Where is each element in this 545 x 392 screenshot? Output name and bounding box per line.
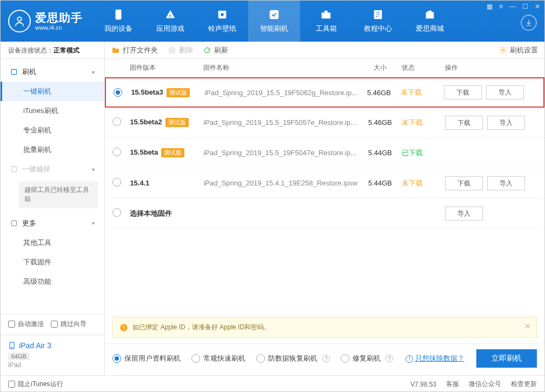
chevron-down-icon: ▾ xyxy=(92,220,95,226)
download-indicator[interactable] xyxy=(521,15,537,31)
side-header[interactable]: 刷机▾ xyxy=(1,62,104,82)
row-ops: 下载导入 xyxy=(444,85,536,99)
open-folder-button[interactable]: 打开文件夹 xyxy=(111,45,158,55)
help-icon[interactable]: ? xyxy=(386,355,393,362)
notice-close[interactable]: ✕ xyxy=(524,322,531,330)
beta-badge: 测试版 xyxy=(161,148,184,157)
win-close-icon[interactable]: ✕ xyxy=(534,3,541,10)
footer-update[interactable]: 检查更新 xyxy=(511,380,537,389)
row-size: 5.46GB xyxy=(358,118,402,127)
win-menu-icon[interactable]: ≡ xyxy=(498,3,504,10)
footer-service[interactable]: 客服 xyxy=(446,380,459,389)
sidebar-item[interactable]: iTunes刷机 xyxy=(1,101,104,121)
row-radio[interactable] xyxy=(112,178,121,187)
import-button[interactable]: 导入 xyxy=(487,176,525,190)
nav-应用游戏[interactable]: A应用游戏 xyxy=(144,1,196,42)
flash-now-button[interactable]: 立即刷机 xyxy=(476,349,537,368)
info-icon[interactable]: ! xyxy=(406,355,413,363)
skip-guide-check[interactable]: 跳过向导 xyxy=(51,320,87,329)
win-min-icon[interactable]: — xyxy=(508,3,517,10)
row-radio[interactable] xyxy=(112,148,121,156)
side-header[interactable]: 一键越狱▾ xyxy=(1,160,104,179)
win-max-icon[interactable]: ☐ xyxy=(521,3,529,10)
toolbar: 打开文件夹 删除 刷新 刷机设置 xyxy=(105,42,544,59)
th-version: 固件版本 xyxy=(130,63,203,72)
device-block: iPad Air 3 64GB iPad xyxy=(1,335,104,375)
nav-我的设备[interactable]: 我的设备 xyxy=(92,1,144,42)
win-grid-icon[interactable]: ▦ xyxy=(486,3,494,10)
sidebar-checks: 自动激活 跳过向导 xyxy=(1,314,104,335)
skip-guide-label: 跳过向导 xyxy=(61,320,87,329)
table-header: 固件版本 固件名称 大小 状态 操作 xyxy=(105,59,544,77)
import-button[interactable]: 导入 xyxy=(486,85,524,99)
firmware-row[interactable]: 15.5beta3测试版iPad_Spring_2019_15.5_19F506… xyxy=(105,77,544,108)
svg-point-16 xyxy=(502,49,504,51)
section-icon xyxy=(10,165,18,173)
sidebar-item[interactable]: 一键刷机 xyxy=(1,82,104,101)
logo-icon xyxy=(8,10,31,32)
option-radio[interactable] xyxy=(256,354,265,363)
block-itunes-check[interactable]: 阻止iTunes运行 xyxy=(8,380,63,389)
chevron-down-icon: ▾ xyxy=(92,167,95,172)
flash-settings-button[interactable]: 刷机设置 xyxy=(499,45,538,55)
erase-link[interactable]: 只想抹除数据？ xyxy=(415,354,464,362)
firmware-rows: 15.5beta3测试版iPad_Spring_2019_15.5_19F506… xyxy=(105,77,544,229)
firmware-row[interactable]: 15.5beta2测试版iPad_Spring_2019_15.5_19F505… xyxy=(105,108,544,138)
firmware-row[interactable]: 选择本地固件导入 xyxy=(105,198,544,229)
row-size: 5.44GB xyxy=(358,149,402,157)
nav-教程中心[interactable]: 教程中心 xyxy=(352,1,404,42)
download-button[interactable]: 下载 xyxy=(444,85,482,99)
option-radio[interactable] xyxy=(112,354,121,363)
download-button[interactable]: 下载 xyxy=(445,116,483,130)
connection-status-value: 正常模式 xyxy=(54,46,79,54)
flash-option[interactable]: 防数据恢复刷机? xyxy=(256,354,330,363)
version-label: V7.98.53 xyxy=(410,381,436,388)
nav-爱思商城[interactable]: 爱思商城 xyxy=(404,1,456,42)
row-version: 选择本地固件 xyxy=(130,209,203,218)
flash-option[interactable]: 修复刷机? xyxy=(341,354,393,363)
firmware-row[interactable]: 15.5beta测试版iPad_Spring_2019_15.5_19F5047… xyxy=(105,138,544,168)
row-status: 未下载 xyxy=(402,178,445,188)
nav-工具箱[interactable]: 工具箱 xyxy=(300,1,352,42)
row-filename: iPad_Spring_2019_15.4.1_19E258_Restore.i… xyxy=(203,179,358,187)
delete-button[interactable]: 删除 xyxy=(168,45,193,55)
svg-point-0 xyxy=(17,17,21,21)
refresh-button[interactable]: 刷新 xyxy=(203,45,228,55)
gear-icon xyxy=(499,46,507,55)
import-button[interactable]: 导入 xyxy=(487,116,525,130)
footer-wechat[interactable]: 微信公众号 xyxy=(469,380,501,389)
row-radio[interactable] xyxy=(114,88,122,97)
sidebar-item[interactable]: 专业刷机 xyxy=(1,121,104,140)
import-button[interactable]: 导入 xyxy=(445,207,483,221)
nav-智能刷机[interactable]: 智能刷机 xyxy=(248,1,300,42)
sidebar-item[interactable]: 下载固件 xyxy=(1,253,104,272)
sidebar-item[interactable]: 批量刷机 xyxy=(1,140,104,160)
sidebar-item[interactable]: 高级功能 xyxy=(1,272,104,291)
row-radio[interactable] xyxy=(112,208,121,217)
folder-icon xyxy=(111,46,120,55)
svg-rect-12 xyxy=(11,221,16,225)
nav-icon: A xyxy=(164,9,176,21)
top-nav: 我的设备A应用游戏铃声壁纸智能刷机工具箱教程中心爱思商城 xyxy=(92,1,517,42)
connection-status: 设备连接状态：正常模式 xyxy=(1,42,104,59)
firmware-row[interactable]: 15.4.1iPad_Spring_2019_15.4.1_19E258_Res… xyxy=(105,168,544,198)
row-status: 未下载 xyxy=(401,88,444,97)
row-filename: iPad_Spring_2019_15.5_19F5047e_Restore.i… xyxy=(203,149,358,157)
auto-activate-check[interactable]: 自动激活 xyxy=(8,320,44,329)
device-name[interactable]: iPad Air 3 xyxy=(8,341,97,350)
svg-rect-10 xyxy=(11,69,16,74)
download-button[interactable]: 下载 xyxy=(445,176,483,190)
nav-铃声壁纸[interactable]: 铃声壁纸 xyxy=(196,1,248,42)
option-radio[interactable] xyxy=(341,354,349,363)
row-status: 已下载 xyxy=(402,148,445,158)
help-icon[interactable]: ? xyxy=(322,355,330,362)
row-radio[interactable] xyxy=(112,117,121,126)
footer: 阻止iTunes运行 V7.98.53 客服 微信公众号 检查更新 xyxy=(1,375,544,392)
th-status: 状态 xyxy=(402,63,445,72)
flash-option[interactable]: 保留用户资料刷机 xyxy=(112,354,181,363)
sidebar-item[interactable]: 其他工具 xyxy=(1,233,104,253)
option-radio[interactable] xyxy=(191,354,200,363)
side-header[interactable]: 更多▾ xyxy=(1,214,104,233)
svg-rect-6 xyxy=(270,10,279,19)
flash-option[interactable]: 常规快速刷机 xyxy=(191,354,245,363)
